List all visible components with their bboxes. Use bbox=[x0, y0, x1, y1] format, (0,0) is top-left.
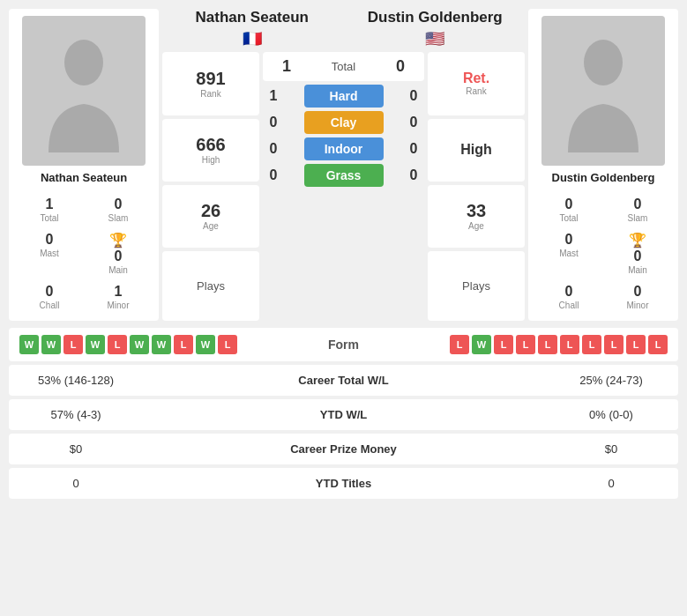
ytd-wl-row: 57% (4-3) YTD W/L 0% (0-0) bbox=[9, 399, 678, 430]
form-badge-l: L bbox=[218, 335, 237, 354]
clay-left-score: 0 bbox=[263, 115, 284, 130]
form-badge-l: L bbox=[626, 335, 646, 354]
right-total-label: Total bbox=[537, 213, 601, 223]
right-header-name: Dustin Goldenberg bbox=[346, 9, 526, 26]
right-trophy-icon: 🏆 bbox=[629, 232, 646, 249]
hard-row: 1 Hard 0 bbox=[263, 85, 424, 108]
right-plays-label: Plays bbox=[462, 279, 490, 293]
clay-row: 0 Clay 0 bbox=[263, 111, 424, 134]
form-badge-l: L bbox=[582, 335, 601, 354]
left-high-value: 666 bbox=[196, 135, 225, 155]
left-form-badges: WWLWLWWLWL bbox=[19, 335, 237, 354]
left-age-label: Age bbox=[203, 221, 219, 231]
grass-right-score: 0 bbox=[403, 167, 424, 183]
ytd-titles-right: 0 bbox=[558, 477, 664, 490]
main-container: Nathan Seateun 1 Total 0 Slam 0 Mast 🏆 0 bbox=[0, 0, 687, 511]
right-stat-col: Ret. Rank High 33 Age Plays bbox=[428, 52, 525, 321]
career-prize-right: $0 bbox=[558, 442, 664, 456]
indoor-row: 0 Indoor 0 bbox=[263, 137, 424, 160]
hard-badge-center: Hard bbox=[291, 85, 396, 108]
indoor-right-score: 0 bbox=[403, 141, 424, 157]
indoor-badge-center: Indoor bbox=[291, 137, 396, 160]
left-mast-label: Mast bbox=[18, 249, 81, 258]
left-total-value: 1 bbox=[18, 197, 81, 212]
svg-point-0 bbox=[64, 40, 103, 85]
stats-surfaces-row: 891 Rank 666 High 26 Age Plays bbox=[162, 52, 525, 321]
hard-badge: Hard bbox=[304, 85, 384, 108]
left-age-value: 26 bbox=[201, 201, 220, 221]
right-flag: 🇺🇸 bbox=[346, 29, 526, 48]
ytd-titles-row: 0 YTD Titles 0 bbox=[9, 468, 678, 499]
ytd-wl-left: 57% (4-3) bbox=[23, 408, 129, 421]
left-rank-value: 891 bbox=[196, 69, 225, 89]
left-plays-box: Plays bbox=[162, 251, 259, 321]
left-chall-cell: 0 Chall bbox=[16, 280, 83, 314]
career-prize-row: $0 Career Prize Money $0 bbox=[9, 434, 678, 464]
left-player-avatar bbox=[22, 16, 146, 166]
top-names-row: Nathan Seateun 🇫🇷 Dustin Goldenberg 🇺🇸 bbox=[162, 9, 525, 48]
total-right-score: 0 bbox=[396, 57, 417, 76]
clay-right-score: 0 bbox=[403, 115, 424, 130]
right-chall-cell: 0 Chall bbox=[535, 280, 602, 314]
form-badge-l: L bbox=[450, 335, 469, 354]
left-total-label: Total bbox=[18, 213, 81, 223]
left-main-value: 0 bbox=[115, 249, 123, 264]
right-high-box: High bbox=[428, 119, 525, 182]
right-total-value: 0 bbox=[537, 197, 601, 212]
form-badge-w: W bbox=[196, 335, 215, 354]
left-stat-col: 891 Rank 666 High 26 Age Plays bbox=[162, 52, 259, 321]
right-plays-box: Plays bbox=[428, 251, 525, 321]
indoor-badge: Indoor bbox=[304, 137, 384, 160]
left-header-name: Nathan Seateun bbox=[162, 9, 342, 26]
left-player-name: Nathan Seateun bbox=[41, 171, 127, 184]
form-badge-l: L bbox=[538, 335, 557, 354]
right-player-name: Dustin Goldenberg bbox=[552, 171, 655, 184]
grass-row: 0 Grass 0 bbox=[263, 164, 424, 187]
right-mast-label: Mast bbox=[537, 249, 601, 258]
right-player-avatar bbox=[541, 16, 665, 166]
ytd-titles-left: 0 bbox=[23, 477, 129, 490]
career-wl-label: Career Total W/L bbox=[273, 374, 414, 387]
clay-badge: Clay bbox=[304, 111, 384, 134]
ytd-wl-right: 0% (0-0) bbox=[558, 408, 664, 421]
left-trophy-cell: 🏆 0 Main bbox=[85, 228, 152, 278]
clay-badge-center: Clay bbox=[291, 111, 396, 134]
right-main-label: Main bbox=[628, 265, 647, 275]
right-slam-cell: 0 Slam bbox=[604, 193, 671, 226]
form-badge-w: W bbox=[41, 335, 61, 354]
right-slam-value: 0 bbox=[606, 197, 669, 212]
form-badge-l: L bbox=[63, 335, 83, 354]
career-wl-left: 53% (146-128) bbox=[23, 374, 129, 387]
form-badge-l: L bbox=[560, 335, 579, 354]
left-minor-value: 1 bbox=[86, 284, 150, 300]
right-mast-cell: 0 Mast bbox=[535, 228, 602, 278]
right-player-card: Dustin Goldenberg 0 Total 0 Slam 0 Mast … bbox=[528, 9, 678, 321]
form-badge-w: W bbox=[130, 335, 149, 354]
left-rank-box: 891 Rank bbox=[162, 52, 259, 115]
left-name-flag: Nathan Seateun 🇫🇷 bbox=[162, 9, 342, 48]
grass-badge-center: Grass bbox=[291, 164, 396, 187]
right-rank-label: Rank bbox=[466, 86, 486, 96]
right-age-label: Age bbox=[468, 221, 484, 231]
form-badge-l: L bbox=[648, 335, 668, 354]
left-mast-cell: 0 Mast bbox=[16, 228, 83, 278]
indoor-left-score: 0 bbox=[263, 141, 284, 157]
right-chall-value: 0 bbox=[537, 284, 601, 300]
career-wl-right: 25% (24-73) bbox=[558, 374, 664, 387]
total-label: Total bbox=[298, 60, 389, 73]
hard-right-score: 0 bbox=[403, 88, 424, 104]
left-minor-cell: 1 Minor bbox=[85, 280, 152, 314]
ytd-wl-label: YTD W/L bbox=[273, 408, 414, 421]
total-row: 1 Total 0 bbox=[263, 52, 424, 81]
career-prize-label: Career Prize Money bbox=[273, 442, 414, 456]
left-flag: 🇫🇷 bbox=[162, 29, 342, 48]
grass-left-score: 0 bbox=[263, 167, 284, 183]
right-chall-label: Chall bbox=[537, 301, 601, 310]
form-badge-w: W bbox=[19, 335, 39, 354]
right-rank-box: Ret. Rank bbox=[428, 52, 525, 115]
right-trophy-cell: 🏆 0 Main bbox=[604, 228, 671, 278]
form-badge-l: L bbox=[516, 335, 535, 354]
career-prize-left: $0 bbox=[23, 442, 129, 456]
ytd-titles-label: YTD Titles bbox=[273, 477, 414, 490]
left-high-box: 666 High bbox=[162, 119, 259, 182]
